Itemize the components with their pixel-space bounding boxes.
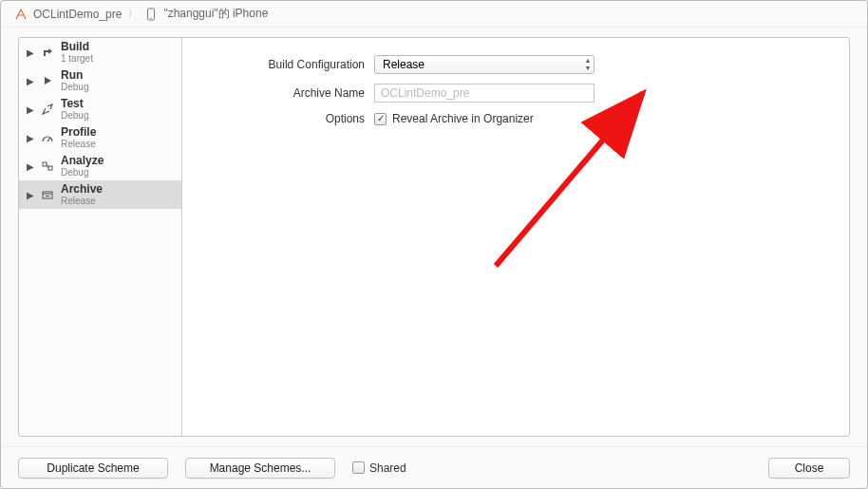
run-icon — [40, 73, 55, 88]
shared-row: Shared — [352, 461, 406, 475]
sidebar-item-title: Run — [61, 69, 88, 82]
panel: ▶ Build 1 target ▶ Run — [18, 37, 850, 437]
sidebar-item-archive[interactable]: ▶ Archive Release — [19, 180, 181, 209]
row-options: Options Reveal Archive in Organizer — [211, 112, 821, 125]
build-configuration-value: Release — [383, 58, 425, 71]
svg-marker-2 — [45, 77, 51, 85]
sidebar-item-title: Archive — [61, 183, 103, 196]
sidebar-item-build[interactable]: ▶ Build 1 target — [19, 38, 181, 66]
disclosure-triangle-icon[interactable]: ▶ — [27, 104, 34, 115]
reveal-archive-label: Reveal Archive in Organizer — [392, 112, 534, 125]
svg-rect-7 — [43, 192, 52, 198]
chevron-right-icon: 〉 — [127, 6, 139, 22]
build-configuration-select[interactable]: Release ▴▾ — [374, 55, 594, 74]
test-icon — [40, 102, 55, 117]
disclosure-triangle-icon[interactable]: ▶ — [27, 47, 34, 58]
svg-rect-4 — [43, 162, 47, 166]
build-icon — [40, 45, 55, 60]
scheme-icon — [14, 8, 28, 21]
duplicate-scheme-button[interactable]: Duplicate Scheme — [18, 458, 168, 479]
sidebar: ▶ Build 1 target ▶ Run — [19, 38, 182, 436]
sidebar-item-analyze[interactable]: ▶ Analyze Debug — [19, 152, 181, 180]
sidebar-item-subtitle: Debug — [61, 110, 88, 121]
svg-rect-5 — [48, 166, 52, 170]
shared-label: Shared — [369, 461, 406, 475]
footer: Duplicate Scheme Manage Schemes... Share… — [1, 446, 867, 488]
sidebar-item-profile[interactable]: ▶ Profile Release — [19, 123, 181, 152]
build-configuration-label: Build Configuration — [211, 58, 374, 71]
sidebar-item-subtitle: Debug — [61, 167, 104, 178]
options-label: Options — [211, 112, 374, 125]
archive-name-label: Archive Name — [211, 86, 374, 100]
archive-name-input[interactable] — [374, 84, 594, 103]
disclosure-triangle-icon[interactable]: ▶ — [27, 190, 34, 200]
sidebar-item-run[interactable]: ▶ Run Debug — [19, 66, 181, 95]
sidebar-item-title: Profile — [61, 126, 96, 139]
svg-line-3 — [47, 138, 50, 141]
sidebar-item-subtitle: Release — [61, 196, 103, 206]
svg-point-1 — [151, 17, 152, 18]
archive-icon — [40, 187, 55, 202]
sidebar-item-title: Analyze — [61, 155, 104, 167]
breadcrumb: OCLintDemo_pre 〉 "zhanggui"的 iPhone — [1, 1, 867, 28]
content-area: ▶ Build 1 target ▶ Run — [1, 28, 867, 446]
sidebar-item-title: Build — [61, 41, 93, 53]
sidebar-item-title: Test — [61, 98, 88, 110]
chevron-up-down-icon: ▴▾ — [586, 57, 590, 72]
analyze-icon — [40, 159, 55, 174]
sidebar-item-subtitle: 1 target — [61, 53, 93, 64]
archive-settings-pane: Build Configuration Release ▴▾ Archive N… — [182, 38, 849, 436]
profile-icon — [40, 130, 55, 145]
sidebar-item-subtitle: Release — [61, 139, 96, 149]
reveal-archive-checkbox[interactable] — [374, 113, 387, 125]
sidebar-item-test[interactable]: ▶ Test Debug — [19, 95, 181, 123]
manage-schemes-button[interactable]: Manage Schemes... — [185, 458, 335, 479]
scheme-editor-window: OCLintDemo_pre 〉 "zhanggui"的 iPhone ▶ Bu… — [0, 0, 868, 489]
disclosure-triangle-icon[interactable]: ▶ — [27, 161, 34, 172]
close-button[interactable]: Close — [768, 458, 850, 479]
shared-checkbox[interactable] — [352, 461, 365, 474]
disclosure-triangle-icon[interactable]: ▶ — [27, 133, 34, 143]
row-archive-name: Archive Name — [211, 84, 821, 103]
device-icon — [144, 8, 158, 21]
breadcrumb-scheme[interactable]: OCLintDemo_pre — [33, 8, 122, 21]
disclosure-triangle-icon[interactable]: ▶ — [27, 76, 34, 86]
row-build-configuration: Build Configuration Release ▴▾ — [211, 55, 821, 74]
breadcrumb-device[interactable]: "zhanggui"的 iPhone — [163, 6, 268, 22]
sidebar-item-subtitle: Debug — [61, 82, 88, 92]
